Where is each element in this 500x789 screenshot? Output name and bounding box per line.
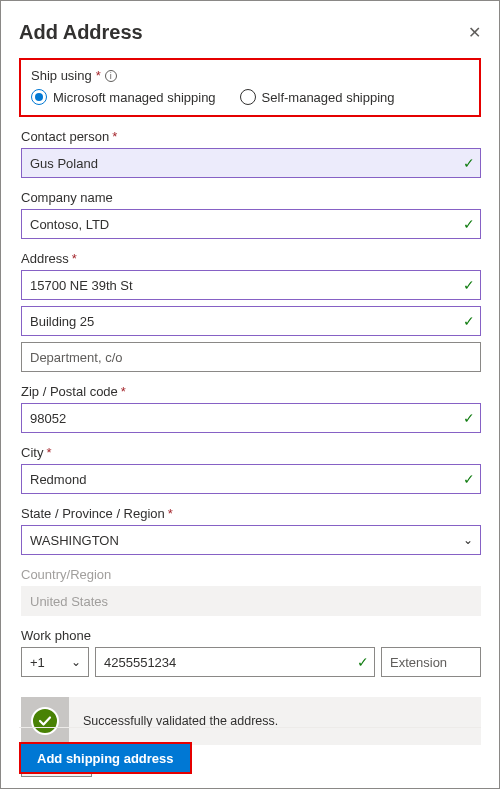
contact-person-input[interactable]	[21, 148, 481, 178]
zip-input[interactable]	[21, 403, 481, 433]
validation-message: Successfully validated the address.	[69, 714, 278, 728]
ship-using-section: Ship using * i Microsoft managed shippin…	[19, 58, 481, 117]
panel-title: Add Address	[19, 21, 143, 44]
company-name-label: Company name	[21, 190, 481, 205]
ship-using-radio-group: Microsoft managed shipping Self-managed …	[31, 89, 469, 105]
state-label: State / Province / Region*	[21, 506, 481, 521]
address-line3-input[interactable]	[21, 342, 481, 372]
city-input[interactable]	[21, 464, 481, 494]
country-input	[21, 586, 481, 616]
address-line2-input[interactable]	[21, 306, 481, 336]
radio-self-managed-shipping[interactable]: Self-managed shipping	[240, 89, 395, 105]
add-shipping-address-button[interactable]: Add shipping address	[19, 742, 192, 774]
phone-number-input[interactable]	[95, 647, 375, 677]
ship-using-label: Ship using	[31, 68, 92, 83]
address-line1-input[interactable]	[21, 270, 481, 300]
close-icon[interactable]: ✕	[468, 25, 481, 41]
work-phone-label: Work phone	[21, 628, 481, 643]
phone-country-code-select[interactable]	[21, 647, 89, 677]
city-label: City*	[21, 445, 481, 460]
state-select[interactable]	[21, 525, 481, 555]
add-address-panel: Add Address ✕ Ship using * i Microsoft m…	[0, 0, 500, 789]
radio-selected-icon	[31, 89, 47, 105]
contact-person-label: Contact person*	[21, 129, 481, 144]
ship-using-label-row: Ship using * i	[31, 68, 469, 83]
address-label: Address*	[21, 251, 481, 266]
panel-header: Add Address ✕	[19, 21, 481, 44]
radio-managed-shipping[interactable]: Microsoft managed shipping	[31, 89, 216, 105]
required-asterisk: *	[96, 68, 101, 83]
form-body: Contact person* ✓ Company name ✓ Address…	[19, 129, 481, 777]
country-label: Country/Region	[21, 567, 481, 582]
info-icon[interactable]: i	[105, 70, 117, 82]
company-name-input[interactable]	[21, 209, 481, 239]
zip-label: Zip / Postal code*	[21, 384, 481, 399]
panel-footer: Add shipping address	[19, 727, 481, 774]
radio-managed-label: Microsoft managed shipping	[53, 90, 216, 105]
radio-self-label: Self-managed shipping	[262, 90, 395, 105]
radio-unselected-icon	[240, 89, 256, 105]
phone-extension-input[interactable]	[381, 647, 481, 677]
